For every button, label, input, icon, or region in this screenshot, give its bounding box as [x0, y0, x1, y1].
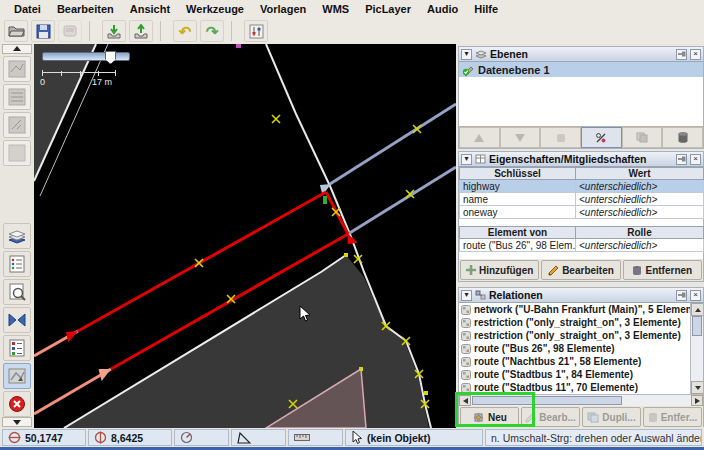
- relation-item[interactable]: route ("Stadtbus 1", 84 Elemente): [459, 368, 703, 381]
- menu-audio[interactable]: Audio: [419, 3, 466, 15]
- relation-item[interactable]: route ("Nachtbus 21", 58 Elemente): [459, 355, 703, 368]
- menu-wms[interactable]: WMS: [314, 3, 357, 15]
- scrollbar-thumb[interactable]: [472, 396, 622, 405]
- redo-button[interactable]: ↷: [200, 20, 224, 42]
- toggle-conflict-dialog-button[interactable]: [3, 307, 31, 333]
- latitude-field: 50,1747: [2, 429, 86, 446]
- scroll-left-button[interactable]: [459, 395, 471, 406]
- edit-layer-icon: [462, 64, 474, 76]
- toggle-selection-dialog-button[interactable]: [3, 279, 31, 305]
- toolbar-separator: [89, 21, 95, 41]
- layer-row[interactable]: Datenebene 1: [459, 62, 703, 77]
- mode-select-button[interactable]: [3, 56, 31, 82]
- mode-zoom-button[interactable]: [3, 112, 31, 138]
- close-panel-button[interactable]: ×: [690, 154, 701, 165]
- pin-icon: [678, 291, 686, 299]
- delete-tag-button[interactable]: Entfernen: [623, 260, 702, 280]
- layer-duplicate-button[interactable]: [622, 127, 663, 148]
- block-polygon[interactable]: [64, 255, 429, 428]
- way-blue-upper[interactable]: [330, 104, 456, 184]
- layer-delete-button[interactable]: [662, 127, 703, 148]
- toggle-relations-dialog-button[interactable]: [3, 335, 31, 361]
- relation-item[interactable]: restriction ("only_straight_on", 3 Eleme…: [459, 329, 703, 342]
- relations-vertical-scrollbar[interactable]: [690, 303, 703, 394]
- collapse-panel-button[interactable]: ▾: [461, 154, 472, 165]
- pin-icon: [678, 155, 686, 163]
- heading-field: [174, 429, 229, 446]
- latitude-value: 50,1747: [25, 432, 63, 444]
- save-button[interactable]: [31, 20, 55, 42]
- node-square[interactable]: [424, 391, 428, 395]
- collapse-panel-button[interactable]: ▾: [461, 49, 472, 60]
- way-blue-lower[interactable]: [348, 167, 456, 234]
- membership-row[interactable]: route ("Bus 26", 98 Elem... <unterschied…: [460, 239, 704, 252]
- node-magenta[interactable]: [236, 44, 241, 48]
- trash-icon: [632, 265, 642, 276]
- stick-panel-button[interactable]: [676, 154, 687, 165]
- mode-delete-button[interactable]: [3, 140, 31, 166]
- toggle-properties-dialog-button[interactable]: [3, 251, 31, 277]
- node-square[interactable]: [359, 367, 363, 371]
- opacity-icon: [595, 132, 607, 144]
- upload-button[interactable]: [129, 20, 153, 42]
- scrollbar-thumb[interactable]: [692, 316, 702, 336]
- node-square[interactable]: [344, 253, 348, 257]
- relation-icon: [461, 331, 471, 341]
- relations-horizontal-scrollbar[interactable]: [459, 394, 703, 406]
- value-column-header: Wert: [576, 168, 704, 180]
- collapse-panel-button[interactable]: ▾: [461, 290, 472, 301]
- menu-ansicht[interactable]: Ansicht: [122, 3, 178, 15]
- mode-draw-button[interactable]: [3, 84, 31, 110]
- layer-move-down-button[interactable]: [500, 127, 541, 148]
- properties-panel-header: ▾ Eigenschaften/Mitgliedschaften ×: [459, 152, 703, 167]
- menu-werkzeuge[interactable]: Werkzeuge: [178, 3, 252, 15]
- menu-piclayer[interactable]: PicLayer: [357, 3, 419, 15]
- zoom-slider[interactable]: [42, 52, 130, 61]
- relations-icon: [475, 290, 486, 300]
- edit-tag-button[interactable]: Bearbeiten: [541, 260, 620, 280]
- download-button[interactable]: [102, 20, 126, 42]
- collapse-leftbar-bottom-button[interactable]: [2, 417, 32, 427]
- status-bar: 50,1747 8,6425 (kein Objekt) n. Umschalt…: [0, 428, 704, 447]
- relation-item[interactable]: network ("U-Bahn Frankfurt (Main)", 5 El…: [459, 303, 703, 316]
- add-tag-button[interactable]: Hinzufügen: [460, 260, 539, 280]
- relation-item[interactable]: route ("Bus 26", 98 Elemente): [459, 342, 703, 355]
- tag-row[interactable]: highway <unterschiedlich>: [460, 180, 704, 193]
- relations-panel-header: ▾ Relationen ×: [459, 288, 703, 303]
- layer-opacity-button[interactable]: [581, 127, 622, 148]
- toggle-commands-dialog-button[interactable]: [3, 363, 31, 389]
- node-green[interactable]: [323, 196, 327, 204]
- map-mode-icon: [8, 116, 26, 134]
- stick-panel-button[interactable]: [676, 290, 687, 301]
- menu-bearbeiten[interactable]: Bearbeiten: [49, 3, 122, 15]
- new-relation-button[interactable]: Neu: [460, 407, 519, 427]
- menu-hilfe[interactable]: Hilfe: [466, 3, 506, 15]
- status-hint: n. Umschalt-Strg: drehen oder Auswahl än…: [485, 429, 702, 446]
- menu-bar: Datei Bearbeiten Ansicht Werkzeuge Vorla…: [0, 0, 704, 18]
- tag-row[interactable]: name <unterschiedlich>: [460, 193, 704, 206]
- relation-item[interactable]: route ("Stadtbus 11", 70 Elemente): [459, 381, 703, 394]
- relation-item[interactable]: restriction ("only_straight_on", 3 Eleme…: [459, 316, 703, 329]
- scroll-up-button[interactable]: [691, 303, 703, 316]
- open-button[interactable]: [4, 20, 28, 42]
- scroll-down-button[interactable]: [691, 381, 703, 394]
- close-panel-button[interactable]: ×: [690, 49, 701, 60]
- toggle-layers-dialog-button[interactable]: [3, 223, 31, 249]
- pin-icon: [678, 50, 686, 58]
- tag-row[interactable]: oneway <unterschiedlich>: [460, 206, 704, 219]
- map-view[interactable]: 0 17 m: [34, 44, 456, 428]
- scroll-right-button[interactable]: [691, 395, 703, 406]
- menu-datei[interactable]: Datei: [6, 3, 49, 15]
- relation-icon: [461, 357, 471, 367]
- layer-merge-button[interactable]: [540, 127, 581, 148]
- scroll-up-icon: [695, 308, 701, 312]
- map-canvas[interactable]: [34, 44, 456, 428]
- toggle-validator-dialog-button[interactable]: [3, 391, 31, 417]
- close-panel-button[interactable]: ×: [690, 290, 701, 301]
- layer-move-up-button[interactable]: [459, 127, 500, 148]
- menu-vorlagen[interactable]: Vorlagen: [252, 3, 314, 15]
- undo-button[interactable]: ↶: [173, 20, 197, 42]
- collapse-leftbar-top-button[interactable]: [2, 44, 32, 54]
- preferences-button[interactable]: [244, 20, 268, 42]
- stick-panel-button[interactable]: [676, 49, 687, 60]
